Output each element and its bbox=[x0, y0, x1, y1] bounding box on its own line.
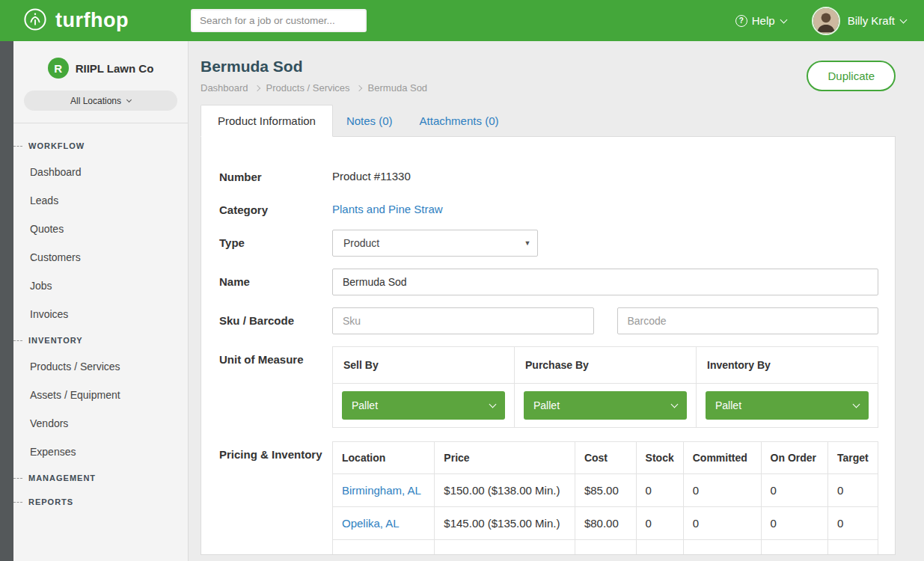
sidebar-item-vendors[interactable]: Vendors bbox=[13, 409, 188, 438]
category-link[interactable]: Plants and Pine Straw bbox=[332, 203, 443, 215]
dash-icon bbox=[13, 146, 22, 147]
chevron-down-icon bbox=[780, 16, 787, 23]
sku-barcode-label: Sku / Barcode bbox=[219, 307, 332, 334]
breadcrumb: Dashboard Products / Services Bermuda So… bbox=[201, 82, 427, 94]
product-information-panel: Number Product #11330 Category Plants an… bbox=[201, 136, 896, 555]
nav-header-workflow: WORKFLOW bbox=[13, 134, 188, 158]
sidebar-item-dashboard[interactable]: Dashboard bbox=[13, 158, 188, 186]
sidebar-nav: WORKFLOW Dashboard Leads Quotes Customer… bbox=[13, 123, 188, 514]
sidebar: R RIIPL Lawn Co All Locations WORKFLOW D… bbox=[0, 41, 189, 561]
nav-header-management[interactable]: MANAGEMENT bbox=[13, 466, 188, 490]
uom-header-purchase-by: Purchase By bbox=[515, 347, 697, 384]
turfhop-logo[interactable]: turfhop bbox=[22, 7, 191, 35]
user-name: Billy Kraft bbox=[848, 14, 895, 27]
purchase-by-select[interactable]: Pallet bbox=[524, 391, 687, 420]
breadcrumb-products-services[interactable]: Products / Services bbox=[266, 82, 350, 94]
topbar: turfhop ? Help Billy Kraft bbox=[0, 0, 924, 41]
sidebar-item-customers[interactable]: Customers bbox=[13, 243, 188, 272]
sidebar-item-jobs[interactable]: Jobs bbox=[13, 272, 188, 300]
unit-of-measure-table: Sell By Purchase By Inventory By Pallet bbox=[332, 346, 878, 428]
tab-notes[interactable]: Notes (0) bbox=[333, 105, 406, 136]
target-cell: 0 bbox=[827, 507, 878, 540]
unit-of-measure-label: Unit of Measure bbox=[219, 346, 332, 428]
dash-icon bbox=[13, 502, 22, 503]
location-link-opelika[interactable]: Opelika, AL bbox=[342, 517, 400, 530]
dash-icon bbox=[13, 340, 22, 341]
chevron-right-icon bbox=[355, 85, 361, 91]
company-badge: R bbox=[48, 58, 69, 79]
sku-input[interactable] bbox=[332, 307, 594, 334]
barcode-input[interactable] bbox=[617, 307, 879, 334]
sidebar-item-expenses[interactable]: Expenses bbox=[13, 438, 188, 466]
main-content: Bermuda Sod Dashboard Products / Service… bbox=[189, 41, 924, 561]
chevron-right-icon bbox=[254, 85, 260, 91]
on-order-cell: 0 bbox=[761, 507, 827, 540]
help-menu[interactable]: ? Help bbox=[735, 14, 786, 27]
all-locations-label: All Locations bbox=[70, 96, 121, 106]
nav-header-reports[interactable]: REPORTS bbox=[13, 490, 188, 514]
table-row: Opelika, AL $145.00 ($135.00 Min.) $80.0… bbox=[333, 507, 878, 540]
price-cell: $150.00 ($138.00 Min.) bbox=[435, 474, 575, 507]
cost-cell: $80.00 bbox=[575, 507, 636, 540]
tab-product-information[interactable]: Product Information bbox=[201, 105, 333, 137]
duplicate-button[interactable]: Duplicate bbox=[807, 61, 896, 91]
chevron-down-icon bbox=[900, 16, 908, 23]
target-cell: 0 bbox=[827, 474, 878, 507]
sidebar-item-products-services[interactable]: Products / Services bbox=[13, 352, 188, 381]
type-select[interactable]: Product ▼ bbox=[332, 230, 538, 257]
sprinkler-logo-icon bbox=[22, 7, 48, 35]
chevron-down-icon bbox=[853, 400, 860, 408]
on-order-cell: 0 bbox=[761, 474, 827, 507]
help-icon: ? bbox=[735, 15, 747, 27]
sidebar-item-invoices[interactable]: Invoices bbox=[13, 300, 188, 328]
number-label: Number bbox=[219, 164, 332, 185]
all-locations-button[interactable]: All Locations bbox=[24, 91, 177, 111]
nav-header-inventory: INVENTORY bbox=[13, 328, 188, 352]
col-header-on-order: On Order bbox=[761, 442, 827, 474]
sell-by-select[interactable]: Pallet bbox=[342, 391, 505, 420]
number-value: Product #11330 bbox=[332, 164, 878, 185]
category-label: Category bbox=[219, 197, 332, 218]
global-search-input[interactable] bbox=[191, 9, 367, 32]
sidebar-item-leads[interactable]: Leads bbox=[13, 186, 188, 215]
stock-cell: 0 bbox=[636, 507, 683, 540]
page-title: Bermuda Sod bbox=[201, 58, 427, 76]
breadcrumb-dashboard[interactable]: Dashboard bbox=[201, 82, 248, 94]
sidebar-item-assets-equipment[interactable]: Assets / Equipment bbox=[13, 381, 188, 409]
col-header-stock: Stock bbox=[636, 442, 683, 474]
committed-cell: 0 bbox=[683, 507, 761, 540]
tab-attachments[interactable]: Attachments (0) bbox=[406, 105, 513, 136]
chevron-down-icon bbox=[489, 400, 497, 408]
committed-cell: 0 bbox=[683, 474, 761, 507]
company-name: RIIPL Lawn Co bbox=[76, 62, 154, 75]
company-block: R RIIPL Lawn Co All Locations bbox=[13, 41, 188, 123]
table-row: Birmingham, AL $150.00 ($138.00 Min.) $8… bbox=[333, 474, 878, 507]
edge-strip bbox=[0, 41, 13, 561]
cost-cell: $85.00 bbox=[575, 474, 636, 507]
chevron-down-icon bbox=[671, 400, 679, 408]
col-header-cost: Cost bbox=[575, 442, 636, 474]
inventory-by-select[interactable]: Pallet bbox=[706, 391, 869, 420]
type-label: Type bbox=[219, 230, 332, 257]
table-row-partial bbox=[333, 540, 878, 556]
pricing-inventory-label: Pricing & Inventory bbox=[219, 441, 332, 555]
uom-header-sell-by: Sell By bbox=[333, 347, 515, 384]
price-cell: $145.00 ($135.00 Min.) bbox=[435, 507, 575, 540]
name-input[interactable] bbox=[332, 269, 878, 295]
avatar bbox=[812, 7, 840, 35]
name-label: Name bbox=[219, 269, 332, 295]
user-menu[interactable]: Billy Kraft bbox=[812, 7, 906, 35]
uom-header-inventory-by: Inventory By bbox=[697, 347, 878, 384]
type-select-value: Product bbox=[333, 237, 518, 249]
breadcrumb-current: Bermuda Sod bbox=[368, 82, 428, 94]
location-link-birmingham[interactable]: Birmingham, AL bbox=[342, 484, 421, 497]
col-header-location: Location bbox=[333, 442, 435, 474]
stock-cell: 0 bbox=[636, 474, 683, 507]
sidebar-item-quotes[interactable]: Quotes bbox=[13, 215, 188, 243]
pricing-header-row: Location Price Cost Stock Committed On O… bbox=[333, 442, 878, 474]
col-header-committed: Committed bbox=[683, 442, 761, 474]
brand-name: turfhop bbox=[55, 9, 129, 32]
col-header-target: Target bbox=[827, 442, 878, 474]
col-header-price: Price bbox=[435, 442, 575, 474]
help-label: Help bbox=[752, 14, 775, 27]
